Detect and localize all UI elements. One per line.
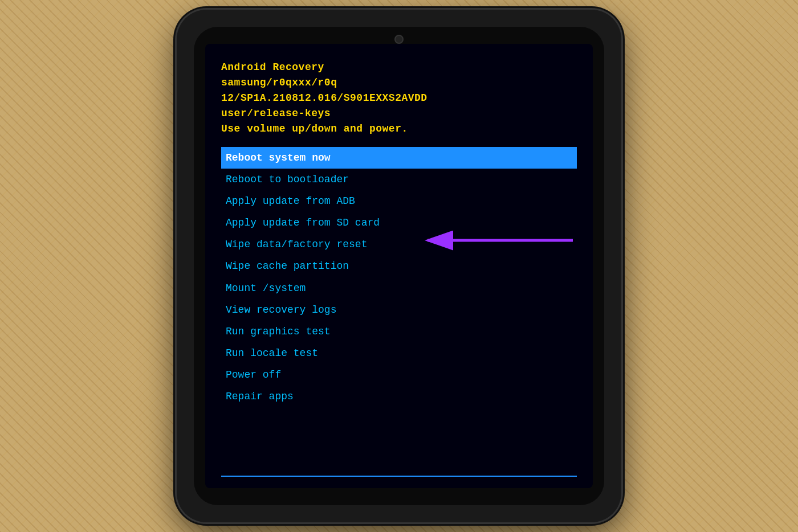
phone-body: Android Recoverysamsung/r0qxxx/r0q12/SP1…: [194, 27, 604, 505]
header-line-1: samsung/r0qxxx/r0q: [221, 75, 577, 91]
menu-item-reboot-system[interactable]: Reboot system now: [221, 147, 577, 169]
bottom-divider: [221, 476, 577, 477]
camera-notch: [394, 35, 404, 44]
menu-item-mount-system[interactable]: Mount /system: [221, 277, 577, 299]
menu-item-view-logs[interactable]: View recovery logs: [221, 299, 577, 321]
menu-item-power-off[interactable]: Power off: [221, 364, 577, 386]
phone-device: Android Recoverysamsung/r0qxxx/r0q12/SP1…: [177, 10, 621, 522]
menu-item-apply-sd[interactable]: Apply update from SD card: [221, 212, 577, 234]
header-line-3: user/release-keys: [221, 106, 577, 121]
recovery-menu: Reboot system nowReboot to bootloaderApp…: [221, 147, 577, 473]
menu-item-reboot-bootloader[interactable]: Reboot to bootloader: [221, 169, 577, 190]
menu-item-apply-adb[interactable]: Apply update from ADB: [221, 190, 577, 212]
android-recovery-screen: Android Recoverysamsung/r0qxxx/r0q12/SP1…: [205, 44, 593, 488]
recovery-header: Android Recoverysamsung/r0qxxx/r0q12/SP1…: [221, 60, 577, 137]
header-line-4: Use volume up/down and power.: [221, 121, 577, 137]
menu-item-wipe-cache[interactable]: Wipe cache partition: [221, 255, 577, 277]
menu-item-run-locale[interactable]: Run locale test: [221, 342, 577, 364]
header-line-2: 12/SP1A.210812.016/S901EXXS2AVDD: [221, 91, 577, 106]
menu-item-repair-apps[interactable]: Repair apps: [221, 386, 577, 407]
header-line-0: Android Recovery: [221, 60, 577, 75]
menu-item-wipe-data[interactable]: Wipe data/factory reset: [221, 234, 577, 255]
menu-item-run-graphics[interactable]: Run graphics test: [221, 321, 577, 342]
